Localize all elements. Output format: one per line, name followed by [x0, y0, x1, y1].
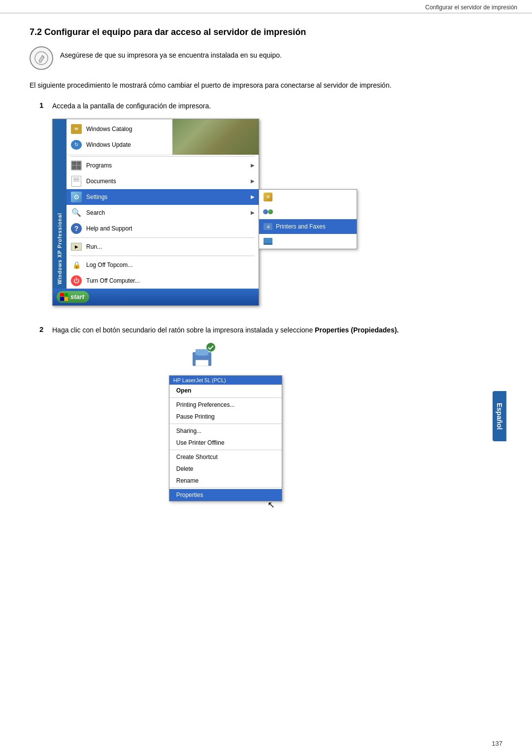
- note-box: Asegúrese de que su impresora ya se encu…: [30, 46, 502, 70]
- winxp-menu-body: W Windows Catalog ↻ Windows Update: [66, 119, 259, 289]
- submenu-controlpanel[interactable]: ⊞ Control Panel: [259, 190, 357, 204]
- ctx-printing-prefs[interactable]: Printing Preferences...: [169, 399, 282, 411]
- network-icon: [263, 207, 273, 217]
- search-icon: 🔍: [70, 207, 82, 219]
- catalog-icon: W: [70, 123, 82, 135]
- menu-item-run[interactable]: ▶ Run...: [66, 239, 259, 255]
- start-button[interactable]: start: [57, 291, 89, 303]
- update-icon: ↻: [70, 139, 82, 151]
- ctx-delete[interactable]: Delete: [169, 463, 282, 475]
- ctx-sep-3: [169, 450, 282, 450]
- note-pencil-icon: [34, 51, 48, 65]
- settings-icon: ⚙: [70, 191, 82, 203]
- cursor-area: ↖: [267, 499, 275, 510]
- step-2-text: Haga clic con el botón secundario del ra…: [52, 325, 399, 335]
- ctx-sep-2: [169, 424, 282, 424]
- documents-arrow: ▶: [251, 178, 255, 184]
- printer-context-menu: HP LaserJet 5L (PCL) Open Printing Prefe…: [169, 375, 282, 501]
- ctx-sep-4: [169, 488, 282, 488]
- printer-title: HP LaserJet 5L (PCL): [169, 376, 282, 385]
- winxp-sidebar: Windows XP Professional: [53, 119, 66, 289]
- step-2-content: Haga clic con el botón secundario del ra…: [52, 325, 399, 519]
- controlpanel-label: Control Panel: [276, 194, 312, 200]
- run-label: Run...: [86, 243, 255, 250]
- page-number: 137: [492, 740, 502, 747]
- run-icon: ▶: [70, 241, 82, 253]
- menu-item-documents[interactable]: Documents ▶: [66, 173, 259, 189]
- winxp-taskbar: start: [53, 289, 259, 305]
- step-1-text: Acceda a la pantalla de configuración de…: [52, 100, 259, 111]
- search-arrow: ▶: [251, 210, 255, 215]
- ctx-offline[interactable]: Use Printer Offline: [169, 437, 282, 449]
- printers-label: Printers and Faxes: [276, 223, 326, 230]
- menu-item-logoff[interactable]: 🔒 Log Off Topcom...: [66, 257, 259, 273]
- section-title: Configurar el equipo para dar acceso al …: [44, 27, 306, 37]
- main-content: 7.2 Configurar el equipo para dar acceso…: [0, 13, 532, 548]
- documents-icon: [70, 175, 82, 187]
- menu-separator-3: [70, 256, 255, 256]
- note-text: Asegúrese de que su impresora ya se encu…: [60, 46, 282, 59]
- documents-label: Documents: [86, 178, 251, 185]
- mouse-cursor-icon: ↖: [267, 499, 275, 510]
- turnoff-label: Turn Off Computer...: [86, 277, 255, 284]
- menu-item-turnoff[interactable]: ⏻ Turn Off Computer...: [66, 273, 259, 289]
- help-icon: ?: [70, 223, 82, 234]
- programs-icon: [70, 160, 82, 171]
- search-label: Search: [86, 209, 251, 216]
- network-label: Network Connections: [276, 208, 332, 215]
- winxp-start-menu: Windows XP Professional W: [52, 119, 259, 306]
- section-heading: 7.2 Configurar el equipo para dar acceso…: [30, 27, 502, 37]
- svg-rect-6: [198, 354, 206, 356]
- ctx-pause[interactable]: Pause Printing: [169, 411, 282, 423]
- logoff-label: Log Off Topcom...: [86, 262, 255, 268]
- turnoff-icon: ⏻: [70, 275, 82, 287]
- menu-item-catalog[interactable]: W Windows Catalog: [66, 121, 259, 137]
- ctx-open[interactable]: Open: [169, 385, 282, 396]
- step-2-number: 2: [39, 325, 52, 333]
- menu-item-settings[interactable]: ⚙ Settings ▶ ⊞: [66, 189, 259, 205]
- controlpanel-icon: ⊞: [263, 192, 273, 202]
- network-arrow: ▶: [349, 209, 353, 214]
- espanol-tab: Español: [493, 391, 506, 441]
- ctx-sharing[interactable]: Sharing...: [169, 425, 282, 437]
- menu-separator-1: [70, 156, 255, 157]
- svg-rect-5: [196, 360, 208, 366]
- help-label: Help and Support: [86, 225, 255, 232]
- printer-svg-icon: [189, 342, 218, 372]
- printer-screenshot: HP LaserJet 5L (PCL) Open Printing Prefe…: [52, 342, 399, 510]
- taskbar-icon: [263, 236, 273, 246]
- body-text: El siguiente procedimiento le mostrará c…: [30, 80, 502, 91]
- menu-item-update[interactable]: ↻ Windows Update: [66, 137, 259, 153]
- menu-item-search[interactable]: 🔍 Search ▶: [66, 205, 259, 221]
- steps-container: 1 Acceda a la pantalla de configuración …: [30, 100, 502, 519]
- step-1-number: 1: [39, 100, 52, 109]
- ctx-sep-1: [169, 397, 282, 398]
- printer-ctx-wrapper: HP LaserJet 5L (PCL) Open Printing Prefe…: [169, 342, 282, 510]
- sidebar-text: Windows XP Professional: [57, 213, 63, 285]
- logoff-icon: 🔒: [70, 259, 82, 271]
- menu-item-help[interactable]: ? Help and Support: [66, 221, 259, 236]
- submenu-network[interactable]: Network Connections ▶: [259, 204, 357, 219]
- submenu-taskbar[interactable]: Taskbar and Start Menu ↖: [259, 234, 357, 249]
- menu-separator-2: [70, 237, 255, 238]
- note-icon: [30, 46, 53, 70]
- start-label: start: [70, 293, 84, 300]
- catalog-label: Windows Catalog: [86, 126, 255, 132]
- section-number: 7.2: [30, 27, 42, 37]
- ctx-properties[interactable]: Properties: [169, 489, 282, 501]
- ctx-shortcut[interactable]: Create Shortcut: [169, 451, 282, 463]
- settings-submenu: ⊞ Control Panel: [259, 189, 357, 249]
- step-2: 2 Haga clic con el botón secundario del …: [39, 325, 502, 519]
- menu-item-programs[interactable]: Programs ▶: [66, 158, 259, 173]
- settings-label: Settings: [86, 194, 251, 200]
- windows-flag-icon: [60, 293, 68, 301]
- taskbar-label: Taskbar and Start Menu: [276, 238, 338, 245]
- printer-icon-area: [169, 342, 218, 373]
- update-label: Windows Update: [86, 141, 255, 148]
- start-logo: [60, 293, 68, 301]
- submenu-printers[interactable]: 🖨 Printers and Faxes: [259, 219, 357, 234]
- programs-arrow: ▶: [251, 163, 255, 168]
- header-title: Configurar el servidor de impresión: [425, 4, 517, 11]
- ctx-rename[interactable]: Rename: [169, 475, 282, 487]
- winxp-screenshot: Windows XP Professional W: [52, 119, 259, 306]
